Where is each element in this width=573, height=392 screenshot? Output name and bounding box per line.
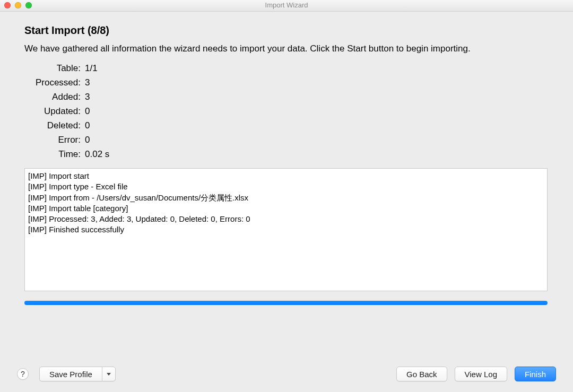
chevron-down-icon	[107, 373, 111, 376]
stat-deleted-label: Deleted:	[27, 120, 81, 131]
view-log-button[interactable]: View Log	[455, 367, 507, 381]
button-bar: ? Save Profile Go Back View Log Finish	[0, 367, 573, 381]
stat-time-value: 0.02 s	[85, 149, 549, 160]
progress-bar	[24, 301, 548, 305]
go-back-button[interactable]: Go Back	[396, 367, 447, 381]
window-titlebar: Import Wizard	[0, 0, 573, 12]
stat-updated-label: Updated:	[27, 106, 81, 117]
page-description: We have gathered all information the wiz…	[24, 43, 549, 55]
window-title: Import Wizard	[0, 1, 573, 9]
stat-updated-value: 0	[85, 106, 549, 117]
stat-processed-value: 3	[85, 77, 549, 88]
help-button[interactable]: ?	[17, 368, 29, 380]
stat-processed-label: Processed:	[27, 77, 81, 88]
stat-added-label: Added:	[27, 92, 81, 102]
stat-deleted-value: 0	[85, 120, 549, 131]
save-profile-button[interactable]: Save Profile	[39, 367, 102, 381]
wizard-content: Start Import (8/8) We have gathered all …	[0, 12, 573, 305]
stat-error-value: 0	[85, 135, 549, 145]
finish-button[interactable]: Finish	[515, 367, 556, 381]
import-stats: Table: 1/1 Processed: 3 Added: 3 Updated…	[27, 63, 549, 160]
stat-table-value: 1/1	[85, 63, 549, 74]
page-heading: Start Import (8/8)	[24, 24, 549, 37]
stat-table-label: Table:	[27, 63, 81, 74]
stat-error-label: Error:	[27, 135, 81, 145]
import-log[interactable]: [IMP] Import start [IMP] Import type - E…	[24, 168, 548, 291]
stat-added-value: 3	[85, 92, 549, 102]
save-profile-dropdown[interactable]	[102, 367, 116, 381]
stat-time-label: Time:	[27, 149, 81, 160]
